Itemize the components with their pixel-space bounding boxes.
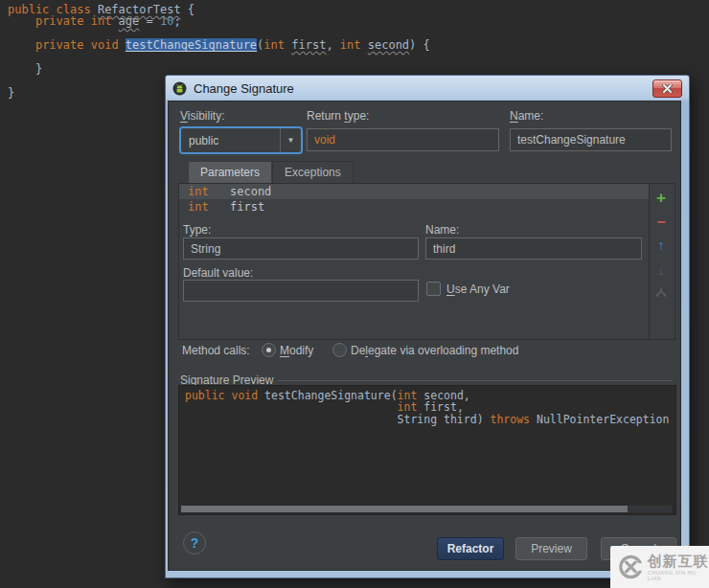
param-name-label: Name: bbox=[425, 223, 459, 237]
return-type-label: Return type: bbox=[307, 109, 369, 123]
default-value-input[interactable] bbox=[183, 280, 419, 302]
param-type-input[interactable]: String bbox=[183, 237, 419, 260]
use-any-var-label: Use Any Var bbox=[446, 283, 510, 296]
dialog-title: Change Signature bbox=[194, 81, 294, 96]
watermark-en-text: CHUANG XIN HU LIAN bbox=[648, 570, 709, 581]
use-any-var-checkbox[interactable] bbox=[426, 282, 441, 296]
param-name: first bbox=[230, 200, 264, 214]
dialog-body: Visibility: Return type: Name: public ▼ … bbox=[168, 101, 681, 571]
horizontal-scrollbar[interactable] bbox=[181, 506, 672, 512]
propagate-parameters-button[interactable] bbox=[652, 283, 671, 303]
param-row-first[interactable]: int first bbox=[179, 199, 649, 215]
refactor-button[interactable]: Refactor bbox=[437, 537, 504, 560]
param-type-value: String bbox=[191, 242, 220, 256]
return-type-input[interactable]: void bbox=[307, 128, 499, 151]
watermark-logo-icon bbox=[617, 553, 645, 581]
question-icon: ? bbox=[191, 535, 199, 551]
propagate-parameters-icon bbox=[654, 286, 668, 300]
change-signature-dialog: Change Signature Visibility: Return type… bbox=[165, 75, 690, 578]
scrollbar-thumb[interactable] bbox=[181, 506, 628, 512]
watermark-cn-text: 创新互联 bbox=[648, 554, 709, 568]
param-name-input[interactable]: third bbox=[425, 237, 642, 260]
method-calls-label: Method calls: bbox=[182, 344, 250, 357]
watermark: 创新互联 CHUANG XIN HU LIAN bbox=[610, 546, 709, 588]
modify-radio[interactable] bbox=[262, 343, 276, 357]
group-divider bbox=[278, 380, 673, 381]
name-label: Name: bbox=[510, 109, 543, 123]
signature-preview-box: public void testChangeSignature(int seco… bbox=[178, 385, 676, 515]
param-name: second bbox=[230, 185, 271, 198]
default-value-label: Default value: bbox=[183, 266, 253, 280]
dialog-titlebar[interactable]: Change Signature bbox=[166, 76, 689, 101]
preview-button[interactable]: Preview bbox=[515, 537, 587, 560]
param-type: int bbox=[188, 185, 230, 198]
method-name-input[interactable]: testChangeSignature bbox=[510, 128, 672, 151]
tab-parameters[interactable]: Parameters bbox=[188, 161, 272, 184]
modify-label: Modify bbox=[280, 344, 313, 357]
return-type-value: void bbox=[314, 133, 335, 147]
param-row-second[interactable]: int second bbox=[179, 184, 649, 199]
parameters-panel: int second int first + − ↑ ↓ bbox=[178, 183, 675, 340]
tab-bar: Parameters Exceptions bbox=[188, 161, 354, 183]
visibility-label: Visibility: bbox=[180, 109, 224, 123]
add-parameter-button[interactable]: + bbox=[652, 189, 671, 208]
screen: public class RefactorTest { private int … bbox=[0, 0, 709, 588]
move-up-button[interactable]: ↑ bbox=[652, 236, 671, 255]
close-button[interactable] bbox=[652, 79, 682, 98]
visibility-select[interactable]: public ▼ bbox=[179, 126, 303, 154]
param-type-label: Type: bbox=[183, 223, 211, 237]
panel-divider bbox=[649, 184, 650, 339]
move-down-button[interactable]: ↓ bbox=[652, 260, 671, 280]
help-button[interactable]: ? bbox=[183, 531, 206, 554]
delegate-label: Delegate via overloading method bbox=[351, 344, 518, 357]
chevron-down-icon[interactable]: ▼ bbox=[280, 128, 301, 152]
tab-exceptions[interactable]: Exceptions bbox=[272, 161, 354, 184]
param-name-value: third bbox=[433, 242, 455, 256]
signature-preview-code: public void testChangeSignature(int seco… bbox=[185, 390, 669, 425]
delegate-radio[interactable] bbox=[332, 343, 347, 357]
android-studio-icon bbox=[172, 81, 187, 96]
method-name-value: testChangeSignature bbox=[517, 133, 626, 147]
visibility-value: public bbox=[181, 134, 280, 147]
param-type: int bbox=[188, 200, 230, 214]
remove-parameter-button[interactable]: − bbox=[652, 213, 671, 232]
close-icon bbox=[662, 84, 673, 93]
